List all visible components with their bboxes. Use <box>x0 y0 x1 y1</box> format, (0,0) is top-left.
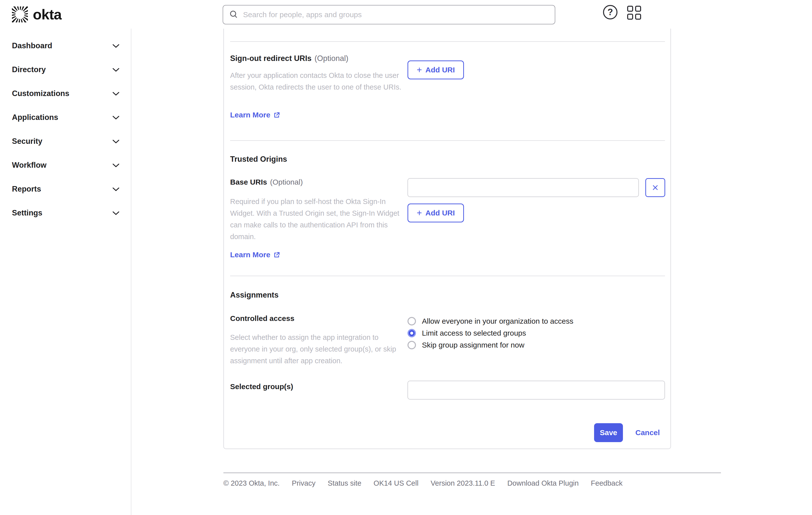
sidebar-item-security[interactable]: Security <box>0 133 131 157</box>
footer-link-feedback[interactable]: Feedback <box>591 479 622 487</box>
sidebar-nav: Dashboard Directory Customizations Appli… <box>0 29 132 515</box>
radio-option-skip-assignment[interactable]: Skip group assignment for now <box>407 339 574 351</box>
controlled-access-label: Controlled access <box>230 314 294 323</box>
chevron-down-icon <box>112 164 119 167</box>
okta-logo[interactable]: okta <box>12 6 61 23</box>
footer-version-label: Version 2023.11.0 E <box>431 479 495 487</box>
chevron-down-icon <box>112 68 119 72</box>
chevron-down-icon <box>112 187 119 191</box>
footer-cell-label: OK14 US Cell <box>374 479 419 487</box>
sidebar-item-applications[interactable]: Applications <box>0 109 131 133</box>
section-divider <box>230 41 665 42</box>
chevron-down-icon <box>112 140 119 144</box>
search-input[interactable] <box>243 10 549 19</box>
footer: © 2023 Okta, Inc. Privacy Status site OK… <box>223 479 622 487</box>
top-header: okta ? <box>0 0 812 29</box>
grid-cell <box>635 14 641 20</box>
trusted-learn-more-link[interactable]: Learn More <box>230 251 280 259</box>
external-link-icon <box>273 112 280 118</box>
base-uri-input[interactable] <box>407 178 639 197</box>
global-search[interactable] <box>223 5 555 24</box>
radio-option-limit-access[interactable]: Limit access to selected groups <box>407 327 574 339</box>
assignments-title: Assignments <box>230 290 279 300</box>
footer-link-privacy[interactable]: Privacy <box>292 479 315 487</box>
add-signout-uri-button[interactable]: + Add URI <box>407 60 464 79</box>
grid-cell <box>627 14 633 20</box>
sidebar-item-settings[interactable]: Settings <box>0 205 131 229</box>
radio-option-allow-everyone[interactable]: Allow everyone in your organization to a… <box>407 315 574 327</box>
selected-groups-label: Selected group(s) <box>230 382 293 391</box>
help-icon[interactable]: ? <box>603 5 617 20</box>
remove-base-uri-button[interactable] <box>645 178 665 197</box>
radio-button[interactable] <box>407 317 416 325</box>
signout-learn-more-link[interactable]: Learn More <box>230 111 280 119</box>
base-uris-description: Required if you plan to self-host the Ok… <box>230 196 407 242</box>
chevron-down-icon <box>112 116 119 120</box>
footer-link-download-plugin[interactable]: Download Okta Plugin <box>507 479 579 487</box>
grid-cell <box>635 6 641 12</box>
search-icon <box>229 10 238 20</box>
external-link-icon <box>273 252 280 258</box>
sidebar-item-workflow[interactable]: Workflow <box>0 157 131 181</box>
close-icon <box>652 184 659 191</box>
app-settings-form-card: Sign-out redirect URIs(Optional) After y… <box>223 29 671 449</box>
signout-description: After your application contacts Okta to … <box>230 70 402 93</box>
footer-link-status-site[interactable]: Status site <box>328 479 361 487</box>
okta-aura-icon <box>12 6 28 22</box>
chevron-down-icon <box>112 211 119 215</box>
plus-icon: + <box>417 208 422 218</box>
footer-divider <box>223 473 721 473</box>
trusted-origins-title: Trusted Origins <box>230 154 287 164</box>
controlled-access-description: Select whether to assign the app integra… <box>230 332 397 367</box>
add-base-uri-button[interactable]: + Add URI <box>407 203 464 222</box>
controlled-access-radio-group: Allow everyone in your organization to a… <box>407 315 574 351</box>
grid-cell <box>627 6 633 12</box>
selected-groups-input[interactable] <box>407 381 665 400</box>
chevron-down-icon <box>112 44 119 48</box>
radio-button[interactable] <box>407 329 416 337</box>
apps-grid-icon[interactable] <box>627 6 641 20</box>
sidebar-item-dashboard[interactable]: Dashboard <box>0 37 131 61</box>
optional-label: (Optional) <box>270 178 303 186</box>
section-divider <box>230 276 665 276</box>
plus-icon: + <box>417 65 422 75</box>
sidebar-item-customizations[interactable]: Customizations <box>0 85 131 109</box>
chevron-down-icon <box>112 92 119 96</box>
radio-button[interactable] <box>407 341 416 349</box>
base-uris-label: Base URIs(Optional) <box>230 177 303 187</box>
section-divider <box>230 140 665 141</box>
sidebar-item-directory[interactable]: Directory <box>0 61 131 85</box>
copyright-text: © 2023 Okta, Inc. <box>223 479 280 487</box>
cancel-button[interactable]: Cancel <box>635 423 660 442</box>
okta-wordmark: okta <box>33 6 61 23</box>
signout-redirect-uris-label: Sign-out redirect URIs(Optional) <box>230 54 348 63</box>
save-button[interactable]: Save <box>594 423 623 442</box>
optional-label: (Optional) <box>315 54 348 63</box>
sidebar-item-reports[interactable]: Reports <box>0 181 131 205</box>
